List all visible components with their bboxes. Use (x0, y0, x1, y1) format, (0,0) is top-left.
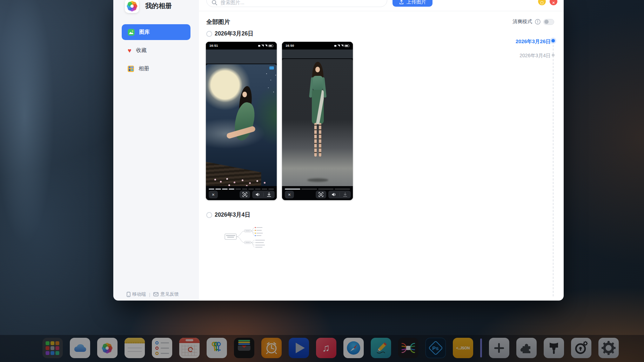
mobile-label: 移动端 (132, 291, 146, 297)
info-icon[interactable] (535, 19, 541, 25)
dock-icon-add[interactable] (489, 338, 509, 358)
footer-divider: | (149, 292, 150, 297)
pencil-icon (374, 341, 388, 355)
phone-status-bar: 16:50 (282, 42, 353, 50)
timeline-dot[interactable] (552, 54, 555, 57)
minimize-button[interactable] (538, 0, 546, 5)
speaker-icon (255, 192, 260, 197)
dock-icon-calendar[interactable] (179, 338, 200, 358)
music-note-icon: ♫ (322, 342, 330, 354)
dock-icon-notes[interactable] (125, 338, 145, 358)
dock: ♫ (0, 338, 644, 358)
dock-icon-clock[interactable] (261, 338, 282, 358)
status-time: 16:50 (286, 44, 294, 47)
status-time: 16:51 (209, 44, 218, 47)
timeline-date[interactable]: 2026年3月4日 (519, 53, 551, 59)
gallery-icon (128, 29, 135, 36)
plus-icon (494, 343, 504, 353)
sidebar: 我的相册 图库 ♥ 收藏 相册 (113, 0, 199, 301)
download-icon (267, 192, 271, 197)
sidebar-item-label: 收藏 (136, 47, 147, 54)
video-close-button[interactable]: ✕ (209, 191, 218, 198)
close-icon: ✕ (552, 1, 555, 5)
app-title: 我的相册 (145, 1, 172, 11)
dock-icon-reminders[interactable] (152, 338, 172, 358)
timeline-dot-active[interactable] (551, 39, 555, 42)
mindmap-image (224, 226, 266, 248)
app-toolbar-band (206, 50, 277, 64)
dock-icon-safari[interactable] (343, 338, 364, 358)
dock-icon-json-viewer[interactable]: <..JSON (453, 338, 473, 358)
search-input[interactable]: 搜索图片... (206, 0, 387, 7)
video-close-button[interactable]: ✕ (285, 191, 294, 198)
download-button[interactable] (340, 192, 351, 197)
alarm-clock-icon (264, 341, 279, 355)
dock-icon-video-player[interactable] (289, 338, 309, 358)
desktop: 我的相册 图库 ♥ 收藏 相册 (0, 0, 644, 362)
mobile-link[interactable]: 移动端 (127, 291, 146, 297)
albums-icon (128, 66, 134, 72)
dock-icon-image-editor[interactable] (371, 338, 391, 358)
status-icons (334, 45, 349, 47)
puzzle-icon (521, 342, 532, 354)
dock-icon-music[interactable]: ♫ (316, 338, 336, 358)
download-icon (343, 192, 348, 197)
ps-label: Ps (432, 345, 438, 351)
video-progress-bar[interactable] (285, 189, 350, 190)
timeline-track (553, 45, 554, 296)
sidebar-nav: 图库 ♥ 收藏 相册 (122, 24, 190, 79)
mute-button[interactable] (252, 192, 263, 197)
section-date: 2026年3月26日 (215, 30, 253, 38)
quality-badge (269, 66, 274, 70)
scan-icon (242, 192, 247, 197)
lens-gear-icon (574, 341, 589, 355)
photo-thumbnail-video-1[interactable]: 16:51 ✕ (206, 42, 277, 200)
app-toolbar-band (282, 50, 353, 58)
feedback-link[interactable]: 意见反馈 (153, 291, 179, 297)
mute-button[interactable] (328, 192, 340, 197)
sidebar-item-favorites[interactable]: ♥ 收藏 (122, 42, 190, 58)
photo-thumbnail-mindmap[interactable] (224, 226, 266, 248)
timeline-date-active[interactable]: 2026年3月26日 (516, 38, 551, 45)
sidebar-item-albums[interactable]: 相册 (122, 61, 190, 77)
section-select-radio[interactable] (206, 212, 212, 218)
top-divider (199, 11, 564, 11)
xmind-branches-icon (401, 341, 416, 355)
json-label: <..JSON (456, 346, 469, 350)
clean-mode-toggle[interactable] (543, 19, 554, 25)
sidebar-item-label: 图库 (139, 29, 150, 35)
cloud-icon (73, 343, 87, 353)
keys-icon (210, 341, 223, 355)
scan-button[interactable] (316, 191, 326, 198)
search-placeholder: 搜索图片... (221, 0, 244, 6)
dock-icon-extensions[interactable] (516, 338, 537, 358)
dock-icon-wallet[interactable] (234, 338, 254, 358)
scan-icon (318, 192, 323, 197)
upload-button[interactable]: 上传图片 (393, 0, 432, 7)
dock-icon-photoshop[interactable]: Ps (425, 338, 446, 358)
main-content: 搜索图片... 上传图片 ✕ 全部图片 清爽模式 (199, 0, 564, 301)
play-icon (296, 343, 305, 353)
dock-icon-settings[interactable] (598, 338, 619, 358)
close-button[interactable]: ✕ (550, 0, 557, 5)
photo-album-window: 我的相册 图库 ♥ 收藏 相册 (113, 0, 564, 301)
dock-icon-launchpad[interactable] (42, 338, 63, 358)
dock-icon-paintbrush[interactable] (544, 338, 564, 358)
minimize-icon (541, 1, 543, 4)
scan-button[interactable] (240, 191, 250, 198)
download-button[interactable] (264, 192, 275, 197)
paintbrush-icon (548, 341, 560, 355)
section-select-radio[interactable] (206, 31, 212, 37)
dock-icon-photos[interactable] (97, 338, 118, 358)
sidebar-item-gallery[interactable]: 图库 (122, 24, 190, 40)
video-progress-bar[interactable] (209, 189, 274, 190)
photo-thumbnail-video-2[interactable]: 16:50 ✕ (282, 42, 353, 200)
dock-icon-passwords[interactable] (207, 338, 227, 358)
video-frame (206, 64, 277, 186)
video-frame (282, 59, 353, 186)
dock-icon-screenshot-tool[interactable] (571, 338, 591, 358)
dock-icon-xmind[interactable] (398, 338, 418, 358)
swirl-icon (187, 346, 194, 353)
dock-icon-icloud[interactable] (70, 338, 90, 358)
speaker-icon (331, 192, 336, 197)
